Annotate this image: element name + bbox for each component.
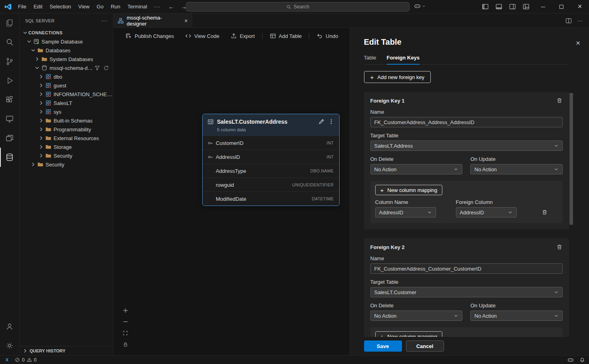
chevron-right-icon[interactable]: [34, 56, 40, 62]
command-center-search[interactable]: Search: [186, 2, 410, 12]
chevron-right-icon[interactable]: [38, 117, 44, 124]
extensions-icon[interactable]: [0, 90, 19, 109]
undo-button[interactable]: Undo: [311, 30, 344, 42]
customize-layout-icon[interactable]: [521, 2, 531, 12]
delete-mapping-button[interactable]: [541, 209, 548, 216]
tab-mssql-schema-designer[interactable]: mssql-schema-designer ×: [113, 14, 192, 28]
menu-overflow-button[interactable]: ···: [151, 0, 163, 13]
menu-go[interactable]: Go: [93, 0, 107, 13]
fk1-target-table-select[interactable]: SalesLT.Address: [370, 140, 563, 151]
chevron-right-icon[interactable]: [38, 109, 44, 115]
add-table-button[interactable]: Add Table: [264, 30, 308, 42]
fk2-on-delete-select[interactable]: No Action: [370, 311, 463, 321]
menu-run[interactable]: Run: [107, 0, 124, 13]
maximize-button[interactable]: [552, 0, 571, 13]
tree-item-sys[interactable]: sys: [20, 107, 113, 116]
remote-indicator[interactable]: [4, 357, 10, 363]
chevron-right-icon[interactable]: [38, 100, 44, 106]
toggle-secondary-sidebar-icon[interactable]: [507, 2, 517, 12]
fk2-new-column-mapping-button[interactable]: + New column mapping: [375, 331, 443, 337]
tree-item-security[interactable]: Security: [20, 160, 113, 169]
diagram-canvas[interactable]: SalesLT.CustomerAddress 5 column data Cu…: [113, 44, 350, 355]
tree-item-programmability[interactable]: Programmability: [20, 125, 113, 134]
tree-item-information-schema[interactable]: INFORMATION_SCHEMA: [20, 90, 113, 99]
tree-item-dbo[interactable]: dbo: [20, 72, 113, 81]
column-row-addressid[interactable]: AddressIDINT: [203, 150, 339, 164]
fk1-foreign-column-select[interactable]: AddressID: [456, 207, 517, 218]
lock-canvas-icon[interactable]: [123, 342, 128, 347]
tree-item-external-resources[interactable]: External Resources: [20, 134, 113, 142]
chevron-right-icon[interactable]: [38, 91, 44, 97]
menu-edit[interactable]: Edit: [30, 0, 46, 13]
close-window-button[interactable]: ×: [571, 0, 589, 13]
tree-item-databases[interactable]: Databases: [20, 46, 113, 55]
tab-table[interactable]: Table: [364, 55, 376, 64]
problems-indicator[interactable]: 0 0: [15, 357, 36, 363]
tree-item-built-in-schemas[interactable]: Built-in Schemas: [20, 116, 113, 125]
filter-icon[interactable]: [94, 65, 100, 71]
tab-foreign-keys[interactable]: Foreign Keys: [387, 55, 420, 65]
chevron-right-icon[interactable]: [38, 73, 44, 80]
column-row-modifieddate[interactable]: ModifiedDateDATETIME: [203, 192, 339, 206]
tree-item-guest[interactable]: guest: [20, 81, 113, 90]
zoom-out-icon[interactable]: [123, 319, 128, 324]
zoom-in-icon[interactable]: [123, 308, 128, 313]
chevron-down-icon[interactable]: [26, 38, 32, 45]
save-button[interactable]: Save: [364, 340, 402, 352]
copilot-menu-button[interactable]: [414, 3, 426, 9]
fk1-on-delete-select[interactable]: No Action: [370, 164, 463, 174]
chevron-right-icon[interactable]: [38, 126, 44, 133]
panel-scrollbar[interactable]: [569, 93, 573, 225]
tree-item-storage[interactable]: Storage: [20, 142, 113, 151]
account-icon[interactable]: [0, 317, 19, 336]
fk1-on-update-select[interactable]: No Action: [470, 164, 563, 174]
navigate-back-button[interactable]: ←: [168, 3, 174, 10]
chevron-down-icon[interactable]: [34, 65, 40, 71]
tree-item-sample-database[interactable]: Sample Database: [20, 37, 113, 46]
refresh-icon[interactable]: [103, 65, 109, 71]
column-row-addresstype[interactable]: AddressTypeDBO.NAME: [203, 164, 339, 178]
tree-item-security[interactable]: Security: [20, 151, 113, 160]
tree-item-saleslt[interactable]: SalesLT: [20, 99, 113, 107]
column-row-rowguid[interactable]: rowguidUNIQUEIDENTIFIER: [203, 178, 339, 192]
export-button[interactable]: Export: [225, 30, 261, 42]
copilot-status-icon[interactable]: [567, 357, 574, 363]
fk1-new-column-mapping-button[interactable]: + New column mapping: [375, 185, 443, 195]
settings-gear-icon[interactable]: [0, 336, 19, 355]
tree-item-mssql-schema-de[interactable]: mssql-schema-de...: [20, 63, 113, 72]
fk2-target-table-select[interactable]: SalesLT.Customer: [370, 287, 563, 297]
fk1-column-name-select[interactable]: AddressID: [375, 207, 436, 218]
source-control-icon[interactable]: [0, 52, 19, 71]
table-node-menu-icon[interactable]: [328, 119, 334, 125]
remote-explorer-icon[interactable]: [0, 109, 19, 129]
menu-selection[interactable]: Selection: [46, 0, 74, 13]
chevron-right-icon[interactable]: [38, 135, 44, 141]
tree-item-connections[interactable]: CONNECTIONS: [20, 28, 113, 37]
delete-foreign-key-1-button[interactable]: [556, 97, 563, 104]
editor-more-actions-icon[interactable]: ···: [577, 18, 583, 24]
query-history-section[interactable]: QUERY HISTORY: [20, 346, 113, 355]
explorer-icon[interactable]: [0, 14, 19, 33]
toggle-primary-sidebar-icon[interactable]: [480, 2, 490, 12]
chevron-right-icon[interactable]: [30, 161, 36, 168]
view-code-button[interactable]: View Code: [179, 30, 225, 42]
fk2-on-update-select[interactable]: No Action: [470, 311, 563, 321]
search-view-icon[interactable]: [0, 33, 19, 52]
sql-server-view-icon[interactable]: [0, 148, 19, 167]
chevron-down-icon[interactable]: [22, 30, 28, 36]
table-designer-icon[interactable]: [0, 129, 19, 148]
table-node-header[interactable]: SalesLT.CustomerAddress 5 column data: [203, 114, 339, 136]
publish-changes-button[interactable]: Publish Changes: [120, 30, 179, 42]
split-editor-icon[interactable]: [565, 18, 572, 24]
menu-view[interactable]: View: [75, 0, 93, 13]
edit-table-pencil-icon[interactable]: [318, 118, 325, 125]
toggle-panel-icon[interactable]: [494, 2, 503, 12]
chevron-right-icon[interactable]: [38, 82, 44, 89]
minimize-button[interactable]: ─: [534, 0, 552, 13]
menu-terminal[interactable]: Terminal: [124, 0, 151, 13]
chevron-right-icon[interactable]: [38, 152, 44, 159]
fk1-name-input[interactable]: FK_CustomerAddress_Address_AddressID: [370, 117, 563, 127]
chevron-right-icon[interactable]: [38, 144, 44, 150]
tree-item-system-databases[interactable]: System Databases: [20, 55, 113, 63]
notifications-bell-icon[interactable]: [579, 357, 585, 363]
